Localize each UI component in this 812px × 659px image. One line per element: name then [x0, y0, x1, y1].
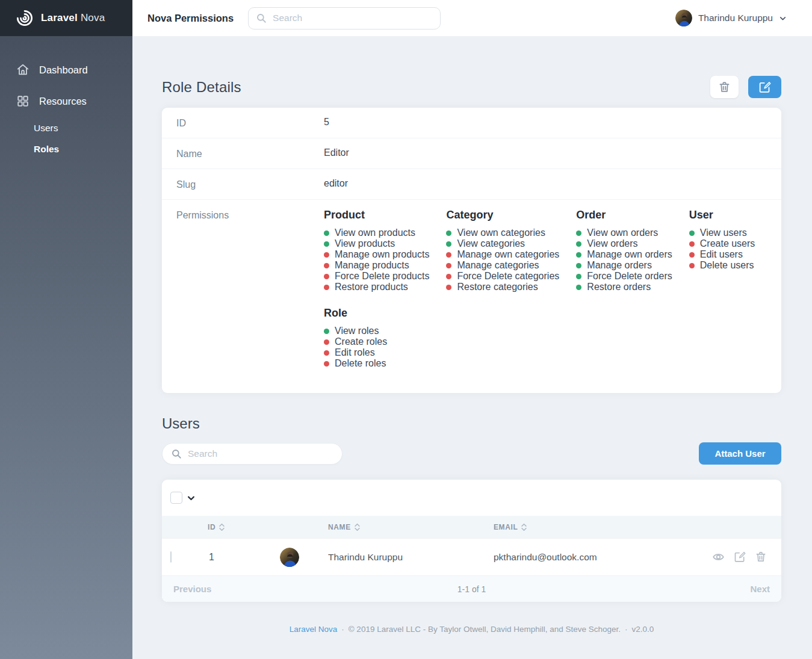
- permission-group: UserView usersCreate usersEdit usersDele…: [689, 209, 755, 292]
- permission-item: View own orders: [576, 227, 672, 238]
- edit-user-icon[interactable]: [734, 551, 746, 563]
- permission-label: Edit roles: [335, 347, 375, 358]
- delete-user-icon[interactable]: [755, 551, 767, 563]
- permission-label: View products: [335, 238, 395, 249]
- denied-dot-icon: [446, 274, 451, 279]
- permission-item: Restore orders: [576, 282, 672, 292]
- field-label: ID: [176, 117, 324, 129]
- home-icon: [16, 63, 29, 76]
- permission-label: Restore orders: [587, 282, 651, 292]
- edit-role-button[interactable]: [748, 76, 781, 98]
- row-avatar: [280, 548, 299, 567]
- permission-label: Delete users: [700, 260, 754, 271]
- permission-label: View own products: [335, 227, 415, 238]
- sidebar-nav: Dashboard Resources Users Roles: [0, 36, 132, 659]
- permission-item: View own products: [324, 227, 429, 238]
- app-title[interactable]: Nova Permissions: [147, 13, 234, 24]
- column-header-email[interactable]: EMAIL: [494, 523, 697, 531]
- permission-label: Force Delete products: [335, 271, 429, 282]
- sidebar-item-roles[interactable]: Roles: [34, 144, 132, 155]
- content: Role Details: [132, 36, 812, 659]
- field-value: Editor: [324, 147, 349, 158]
- granted-dot-icon: [576, 274, 581, 279]
- sidebar-item-resources[interactable]: Resources: [0, 91, 132, 111]
- permission-item: View users: [689, 227, 755, 238]
- role-details-card: ID 5 Name Editor Slug editor Permissions…: [162, 108, 781, 393]
- edit-icon: [758, 81, 771, 93]
- permission-item: View own categories: [446, 227, 559, 238]
- users-section-title: Users: [162, 415, 781, 432]
- permission-group-title: Role: [324, 307, 387, 320]
- granted-dot-icon: [446, 230, 451, 236]
- denied-dot-icon: [324, 361, 329, 367]
- field-label: Name: [176, 147, 324, 159]
- sidebar-item-users[interactable]: Users: [34, 123, 132, 134]
- granted-dot-icon: [576, 241, 581, 247]
- denied-dot-icon: [446, 285, 451, 290]
- permission-item: Manage own categories: [446, 249, 559, 260]
- permission-label: Manage products: [335, 260, 409, 271]
- permission-label: Manage own categories: [457, 249, 559, 260]
- table-row: 1 Tharindu Kuruppu: [162, 538, 781, 575]
- table-pagination: Previous 1-1 of 1 Next: [162, 575, 781, 602]
- granted-dot-icon: [576, 230, 581, 236]
- permission-label: View own categories: [457, 227, 545, 238]
- select-all-checkbox[interactable]: [170, 492, 182, 504]
- view-user-icon[interactable]: [712, 551, 725, 563]
- permission-label: Force Delete categories: [457, 271, 559, 282]
- denied-dot-icon: [689, 252, 695, 258]
- chevron-down-icon: [779, 14, 787, 22]
- permission-label: Restore products: [335, 282, 408, 292]
- brand-logo[interactable]: Laravel Nova: [0, 0, 132, 36]
- permission-group: OrderView own ordersView ordersManage ow…: [576, 209, 672, 292]
- next-page-button[interactable]: Next: [750, 584, 770, 594]
- granted-dot-icon: [576, 285, 581, 290]
- detail-row-slug: Slug editor: [162, 169, 781, 200]
- permission-group-title: Category: [446, 209, 559, 221]
- global-search[interactable]: [248, 7, 441, 29]
- column-header-name[interactable]: NAME: [328, 523, 494, 531]
- attach-user-button[interactable]: Attach User: [699, 442, 781, 465]
- users-search[interactable]: [162, 443, 342, 465]
- denied-dot-icon: [324, 350, 329, 356]
- sidebar-item-dashboard[interactable]: Dashboard: [0, 60, 132, 79]
- permission-groups: ProductView own productsView productsMan…: [324, 209, 781, 384]
- grid-icon: [16, 94, 29, 108]
- column-header-id[interactable]: ID: [196, 523, 280, 531]
- nova-swirl-icon: [16, 9, 34, 27]
- denied-dot-icon: [689, 241, 695, 247]
- global-search-input[interactable]: [273, 13, 433, 23]
- permission-group-title: User: [689, 209, 755, 221]
- permission-label: View categories: [457, 238, 525, 249]
- users-search-input[interactable]: [188, 448, 333, 459]
- granted-dot-icon: [324, 329, 329, 334]
- trash-icon: [718, 81, 731, 93]
- permission-label: View roles: [335, 326, 379, 336]
- permission-label: Edit users: [700, 249, 743, 260]
- user-menu[interactable]: Tharindu Kuruppu: [675, 10, 787, 26]
- row-checkbox[interactable]: [170, 551, 172, 563]
- footer-link[interactable]: Laravel Nova: [290, 625, 338, 634]
- permission-item: Manage own products: [324, 249, 429, 260]
- permission-item: Create roles: [324, 336, 387, 347]
- permission-item: Delete roles: [324, 358, 387, 369]
- permission-label: Manage categories: [457, 260, 539, 271]
- permission-item: Force Delete categories: [446, 271, 559, 282]
- permission-label: Restore categories: [457, 282, 538, 292]
- permission-label: View users: [700, 227, 747, 238]
- permission-item: Restore products: [324, 282, 429, 292]
- permission-item: Edit roles: [324, 347, 387, 358]
- permission-item: View categories: [446, 238, 559, 249]
- permission-label: View orders: [587, 238, 637, 249]
- permission-item: Delete users: [689, 260, 755, 271]
- delete-role-button[interactable]: [710, 76, 739, 98]
- select-all-dropdown-chevron-icon[interactable]: [187, 493, 196, 503]
- permission-label: Create users: [700, 238, 755, 249]
- permission-group-title: Product: [324, 209, 429, 221]
- previous-page-button[interactable]: Previous: [173, 584, 211, 594]
- permission-label: Manage orders: [587, 260, 652, 271]
- permission-label: Create roles: [335, 336, 387, 347]
- sidebar-resources-list: Users Roles: [0, 123, 132, 155]
- permission-item: Manage products: [324, 260, 429, 271]
- permission-item: View roles: [324, 326, 387, 336]
